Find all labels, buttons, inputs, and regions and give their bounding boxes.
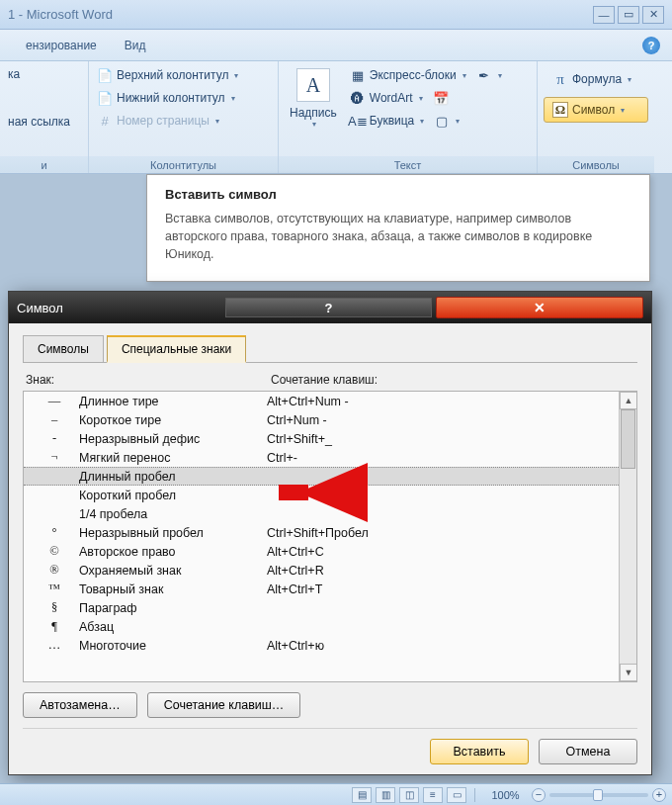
dialog-help-button[interactable]: ? [225,298,433,317]
chevron-down-icon: ▾ [420,117,424,126]
window-close-button[interactable]: ✕ [642,6,664,24]
list-item[interactable]: Длинный пробел [24,467,619,486]
chevron-down-icon: ▾ [312,120,316,129]
tab-review[interactable]: ензирование [12,34,111,57]
char-shortcut: Ctrl+Shift+_ [267,432,613,446]
list-item[interactable]: °Неразрывный пробелCtrl+Shift+Пробел [24,523,619,542]
symbol-dialog: Символ ? ✕ Символы Специальные знаки Зна… [8,291,652,775]
page-number-icon: # [97,113,113,129]
textbox-icon: A [296,68,330,102]
tab-symbols[interactable]: Символы [23,335,104,362]
ribbon-group-label-symbols: Символы [538,156,654,173]
ribbon-equation-button[interactable]: πФормула▾ [544,66,648,92]
char-glyph: ® [30,563,79,578]
status-bar: ▤ ▥ ◫ ≡ ▭ 100% − + [0,783,672,805]
char-name: Неразрывный дефис [79,432,267,446]
list-item[interactable]: -Неразрывный дефисCtrl+Shift+_ [24,429,619,448]
ribbon-group-label-headerfooter: Колонтитулы [89,156,278,173]
ribbon-group-label-links: и [0,156,88,173]
wordart-icon: 🅐 [350,90,366,106]
char-glyph: ¬ [30,450,79,465]
zoom-level[interactable]: 100% [483,789,528,801]
chevron-down-icon: ▾ [456,117,460,126]
view-web-button[interactable]: ◫ [399,787,419,803]
list-item[interactable]: ¬Мягкий переносCtrl+- [24,448,619,467]
dialog-tabs: Символы Специальные знаки [23,335,637,363]
zoom-out-button[interactable]: − [532,788,546,802]
supertip-title: Вставить символ [165,187,631,202]
dialog-titlebar[interactable]: Символ ? ✕ [9,292,651,323]
help-button[interactable]: ? [642,37,660,54]
list-item[interactable]: Короткий пробел [24,486,619,504]
view-draft-button[interactable]: ▭ [447,787,466,803]
char-shortcut: Alt+Ctrl+C [267,545,613,559]
list-item[interactable]: ™Товарный знакAlt+Ctrl+T [24,580,619,598]
cancel-button[interactable]: Отмена [539,739,637,764]
char-glyph: — [30,394,79,408]
chevron-down-icon: ▾ [628,75,631,84]
autocorrect-button[interactable]: Автозамена… [23,692,137,718]
list-item[interactable]: ¶Абзац [24,617,619,636]
window-title: 1 - Microsoft Word [8,7,590,22]
document-area: Вставить символ Вставка символов, отсутс… [0,174,672,805]
scroll-thumb[interactable] [621,409,635,469]
list-item[interactable]: ©Авторское правоAlt+Ctrl+C [24,542,619,561]
char-shortcut: Ctrl+Shift+Пробел [267,526,613,540]
ribbon-footer-button[interactable]: 📄Нижний колонтитул▾ [92,88,275,108]
insert-button[interactable]: Вставить [430,739,529,764]
pi-icon: π [552,71,568,87]
tab-view[interactable]: Вид [111,34,160,57]
zoom-in-button[interactable]: + [652,788,666,802]
view-print-layout-button[interactable]: ▤ [352,787,372,803]
quickparts-icon: ▦ [350,67,366,83]
char-shortcut: Ctrl+- [267,451,613,465]
ribbon-group-headerfooter: 📄Верхний колонтитул▾ 📄Нижний колонтитул▾… [89,61,279,173]
char-shortcut: Alt+Ctrl+R [267,564,613,578]
ribbon-quickparts-button[interactable]: ▦Экспресс-блоки▾✒▾ [345,65,534,85]
ribbon: ка ная ссылка и 📄Верхний колонтитул▾ 📄Ни… [0,61,672,174]
char-name: Охраняемый знак [79,564,267,578]
char-shortcut: Alt+Ctrl+ю [267,639,613,653]
list-item[interactable]: –Короткое тиреCtrl+Num - [24,410,619,429]
char-name: Неразрывный пробел [79,526,267,540]
list-item[interactable]: 1/4 пробела [24,504,619,523]
ribbon-symbol-button[interactable]: ΩСимвол▾ [544,97,648,123]
date-icon[interactable]: 📅 [433,90,449,106]
tab-special-characters[interactable]: Специальные знаки [107,335,246,363]
scroll-up-button[interactable]: ▲ [620,392,637,409]
dialog-close-button[interactable]: ✕ [436,297,643,318]
window-maximize-button[interactable]: ▭ [618,6,639,24]
ribbon-page-number-button[interactable]: #Номер страницы▾ [92,111,275,131]
ribbon-wordart-button[interactable]: 🅐WordArt▾📅 [345,88,534,108]
window-minimize-button[interactable]: — [593,6,615,24]
object-icon[interactable]: ▢ [434,113,450,129]
header-shortcut: Сочетание клавиш: [271,373,378,387]
view-fullscreen-button[interactable]: ▥ [376,787,395,803]
list-scrollbar[interactable]: ▲ ▼ [619,392,636,681]
chevron-down-icon: ▾ [234,71,238,80]
supertip-body: Вставка символов, отсутствующих на клави… [165,210,631,263]
char-name: Многоточие [79,639,267,653]
chevron-down-icon: ▾ [462,71,466,80]
chevron-down-icon: ▾ [621,106,625,115]
ribbon-textbox-button[interactable]: A Надпись ▾ [282,65,345,156]
char-glyph: ™ [30,581,79,596]
ribbon-item-ka[interactable]: ка [3,65,85,83]
scroll-down-button[interactable]: ▼ [620,664,637,681]
ribbon-dropcap-button[interactable]: A≣Буквица▾▢▾ [345,111,534,131]
char-glyph: … [30,638,79,653]
view-outline-button[interactable]: ≡ [423,787,443,803]
list-item[interactable]: …МноготочиеAlt+Ctrl+ю [24,636,619,655]
ribbon-header-button[interactable]: 📄Верхний колонтитул▾ [92,65,275,85]
ribbon-item-cross-reference[interactable]: ная ссылка [3,113,85,131]
list-item[interactable]: —Длинное тиреAlt+Ctrl+Num - [24,392,619,410]
header-icon: 📄 [97,67,113,83]
char-name: Длинный пробел [79,470,267,484]
zoom-slider[interactable] [549,793,648,797]
shortcut-key-button[interactable]: Сочетание клавиш… [147,692,301,718]
char-glyph: ° [30,525,79,540]
list-item[interactable]: ®Охраняемый знакAlt+Ctrl+R [24,561,619,580]
zoom-slider-handle[interactable] [593,789,603,801]
signature-icon[interactable]: ✒ [476,67,492,83]
list-item[interactable]: §Параграф [24,598,619,617]
